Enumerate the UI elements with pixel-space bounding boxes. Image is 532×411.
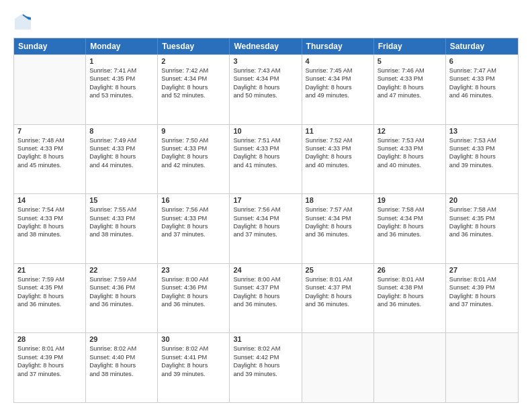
sunrise-text: Sunrise: 8:02 AM bbox=[233, 345, 298, 353]
daylight-label: Daylight: 8 hours bbox=[306, 152, 370, 161]
day-number: 24 bbox=[233, 266, 298, 274]
day-number: 12 bbox=[378, 127, 442, 135]
cal-cell: 12Sunrise: 7:53 AMSunset: 4:33 PMDayligh… bbox=[374, 125, 446, 194]
cal-cell: 22Sunrise: 7:59 AMSunset: 4:36 PMDayligh… bbox=[86, 264, 158, 333]
cal-cell: 4Sunrise: 7:45 AMSunset: 4:34 PMDaylight… bbox=[302, 55, 374, 124]
sunset-text: Sunset: 4:36 PM bbox=[89, 283, 154, 291]
daylight-label: Daylight: 8 hours bbox=[17, 361, 82, 369]
sunrise-text: Sunrise: 7:49 AM bbox=[89, 136, 154, 144]
sunrise-text: Sunrise: 8:01 AM bbox=[449, 275, 515, 283]
daylight-label: Daylight: 8 hours bbox=[233, 152, 298, 161]
sunrise-text: Sunrise: 7:43 AM bbox=[233, 66, 298, 75]
cal-cell: 20Sunrise: 7:58 AMSunset: 4:35 PMDayligh… bbox=[446, 194, 518, 263]
cal-cell: 28Sunrise: 8:01 AMSunset: 4:39 PMDayligh… bbox=[14, 333, 86, 402]
sunset-text: Sunset: 4:33 PM bbox=[161, 144, 226, 152]
daylight-minutes: and 36 minutes. bbox=[378, 300, 442, 308]
day-number: 8 bbox=[89, 127, 154, 135]
sunset-text: Sunset: 4:34 PM bbox=[233, 75, 298, 83]
day-number: 18 bbox=[306, 196, 370, 204]
sunrise-text: Sunrise: 8:02 AM bbox=[161, 345, 226, 353]
daylight-label: Daylight: 8 hours bbox=[89, 292, 154, 300]
cal-header-day: Saturday bbox=[446, 38, 518, 54]
cal-cell bbox=[374, 333, 446, 402]
cal-week-row: 1Sunrise: 7:41 AMSunset: 4:35 PMDaylight… bbox=[14, 54, 518, 124]
daylight-minutes: and 38 minutes. bbox=[89, 230, 154, 238]
daylight-minutes: and 52 minutes. bbox=[161, 91, 226, 99]
cal-cell: 9Sunrise: 7:50 AMSunset: 4:33 PMDaylight… bbox=[158, 125, 230, 194]
cal-cell: 29Sunrise: 8:02 AMSunset: 4:40 PMDayligh… bbox=[86, 333, 158, 402]
sunset-text: Sunset: 4:33 PM bbox=[449, 75, 515, 83]
sunset-text: Sunset: 4:34 PM bbox=[306, 214, 370, 222]
cal-cell: 2Sunrise: 7:42 AMSunset: 4:34 PMDaylight… bbox=[158, 55, 230, 124]
day-number: 6 bbox=[449, 57, 515, 65]
day-number: 27 bbox=[449, 266, 515, 274]
cal-cell: 8Sunrise: 7:49 AMSunset: 4:33 PMDaylight… bbox=[86, 125, 158, 194]
day-number: 28 bbox=[17, 335, 82, 343]
cal-cell: 24Sunrise: 8:00 AMSunset: 4:37 PMDayligh… bbox=[230, 264, 302, 333]
cal-cell: 30Sunrise: 8:02 AMSunset: 4:41 PMDayligh… bbox=[158, 333, 230, 402]
daylight-minutes: and 37 minutes. bbox=[17, 370, 82, 378]
daylight-minutes: and 46 minutes. bbox=[449, 91, 515, 99]
sunrise-text: Sunrise: 8:00 AM bbox=[161, 275, 226, 283]
daylight-label: Daylight: 8 hours bbox=[89, 222, 154, 230]
day-number: 9 bbox=[161, 127, 226, 135]
daylight-minutes: and 38 minutes. bbox=[89, 370, 154, 378]
sunset-text: Sunset: 4:34 PM bbox=[233, 214, 298, 222]
calendar: SundayMondayTuesdayWednesdayThursdayFrid… bbox=[13, 38, 519, 403]
sunset-text: Sunset: 4:33 PM bbox=[161, 214, 226, 222]
daylight-label: Daylight: 8 hours bbox=[378, 222, 442, 230]
daylight-label: Daylight: 8 hours bbox=[378, 83, 442, 91]
daylight-minutes: and 47 minutes. bbox=[378, 91, 442, 99]
cal-cell: 3Sunrise: 7:43 AMSunset: 4:34 PMDaylight… bbox=[230, 55, 302, 124]
cal-cell: 26Sunrise: 8:01 AMSunset: 4:38 PMDayligh… bbox=[374, 264, 446, 333]
cal-week-row: 7Sunrise: 7:48 AMSunset: 4:33 PMDaylight… bbox=[14, 124, 518, 194]
daylight-minutes: and 39 minutes. bbox=[161, 370, 226, 378]
sunset-text: Sunset: 4:34 PM bbox=[161, 75, 226, 83]
daylight-label: Daylight: 8 hours bbox=[17, 222, 82, 230]
cal-cell: 13Sunrise: 7:53 AMSunset: 4:33 PMDayligh… bbox=[446, 125, 518, 194]
daylight-minutes: and 36 minutes. bbox=[306, 300, 370, 308]
cal-cell bbox=[14, 55, 86, 124]
sunset-text: Sunset: 4:39 PM bbox=[449, 283, 515, 291]
day-number: 25 bbox=[306, 266, 370, 274]
sunrise-text: Sunrise: 7:56 AM bbox=[233, 205, 298, 214]
day-number: 19 bbox=[378, 196, 442, 204]
daylight-label: Daylight: 8 hours bbox=[161, 83, 226, 91]
daylight-minutes: and 41 minutes. bbox=[233, 161, 298, 169]
sunrise-text: Sunrise: 8:01 AM bbox=[17, 345, 82, 353]
daylight-minutes: and 53 minutes. bbox=[89, 91, 154, 99]
cal-cell: 5Sunrise: 7:46 AMSunset: 4:33 PMDaylight… bbox=[374, 55, 446, 124]
sunrise-text: Sunrise: 8:02 AM bbox=[89, 345, 154, 353]
sunset-text: Sunset: 4:37 PM bbox=[233, 283, 298, 291]
sunrise-text: Sunrise: 7:52 AM bbox=[306, 136, 370, 144]
cal-header-day: Thursday bbox=[302, 38, 374, 54]
daylight-minutes: and 36 minutes. bbox=[17, 300, 82, 308]
sunset-text: Sunset: 4:38 PM bbox=[378, 283, 442, 291]
day-number: 21 bbox=[17, 266, 82, 274]
daylight-label: Daylight: 8 hours bbox=[161, 152, 226, 161]
daylight-minutes: and 36 minutes. bbox=[306, 230, 370, 238]
sunset-text: Sunset: 4:33 PM bbox=[449, 144, 515, 152]
day-number: 15 bbox=[89, 196, 154, 204]
cal-week-row: 21Sunrise: 7:59 AMSunset: 4:35 PMDayligh… bbox=[14, 263, 518, 333]
cal-cell: 1Sunrise: 7:41 AMSunset: 4:35 PMDaylight… bbox=[86, 55, 158, 124]
daylight-minutes: and 39 minutes. bbox=[449, 161, 515, 169]
sunset-text: Sunset: 4:33 PM bbox=[17, 214, 82, 222]
daylight-minutes: and 42 minutes. bbox=[161, 161, 226, 169]
cal-cell bbox=[446, 333, 518, 402]
daylight-label: Daylight: 8 hours bbox=[449, 83, 515, 91]
day-number: 22 bbox=[89, 266, 154, 274]
sunset-text: Sunset: 4:33 PM bbox=[378, 144, 442, 152]
sunrise-text: Sunrise: 7:57 AM bbox=[306, 205, 370, 214]
daylight-label: Daylight: 8 hours bbox=[378, 292, 442, 300]
day-number: 2 bbox=[161, 57, 226, 65]
cal-cell: 19Sunrise: 7:58 AMSunset: 4:34 PMDayligh… bbox=[374, 194, 446, 263]
svg-marker-0 bbox=[15, 13, 31, 30]
day-number: 17 bbox=[233, 196, 298, 204]
sunset-text: Sunset: 4:35 PM bbox=[89, 75, 154, 83]
daylight-minutes: and 36 minutes. bbox=[233, 300, 298, 308]
sunset-text: Sunset: 4:33 PM bbox=[89, 214, 154, 222]
sunset-text: Sunset: 4:33 PM bbox=[17, 144, 82, 152]
cal-cell: 15Sunrise: 7:55 AMSunset: 4:33 PMDayligh… bbox=[86, 194, 158, 263]
daylight-minutes: and 40 minutes. bbox=[378, 161, 442, 169]
